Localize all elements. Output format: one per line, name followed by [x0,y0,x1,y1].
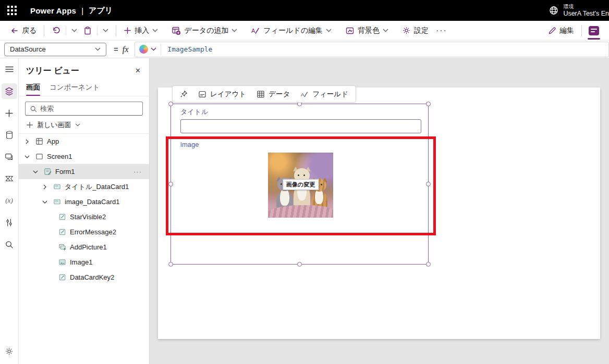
hamburger-menu-button[interactable] [2,61,17,77]
chevron-down-icon [152,29,158,32]
plus-icon [26,121,33,129]
close-panel-button[interactable]: ✕ [133,66,143,76]
chevron-down-icon [95,47,101,51]
form1-selection[interactable]: タイトル image 画像の変更 [170,104,429,265]
item-more-button[interactable]: ··· [133,168,142,175]
top-app-bar: Power Apps | アプリ 環境 UserA Test's En [0,0,609,21]
tab-screens[interactable]: 画面 [26,83,40,96]
add-picture-icon [57,243,67,251]
tree-item-label: Image1 [70,258,92,266]
advanced-tools-rail-button[interactable] [2,215,17,230]
resize-handle[interactable] [168,102,173,106]
resize-handle[interactable] [426,102,431,106]
gear-icon [402,26,411,35]
fields-menu-button[interactable]: A フィールド [300,90,348,99]
tree-item-label: image_DataCard1 [65,198,120,206]
divider [116,25,116,36]
tree-search-input[interactable]: 検索 [25,102,143,116]
resize-handle[interactable] [168,182,173,186]
pencil-icon [548,27,556,35]
chevron-down-icon [23,155,31,158]
resize-handle[interactable] [297,262,302,267]
tree-item-datacardkey2[interactable]: DataCardKey2 [19,270,149,285]
control-context-toolbar: レイアウト データ A フィールド [172,85,356,103]
tree-item-label: AddPicture1 [70,243,107,251]
tree-item-label: タイトル_DataCard1 [65,182,129,192]
tree-item-label: DataCardKey2 [70,273,114,281]
app-launcher-button[interactable] [0,0,24,21]
resize-handle[interactable] [426,262,431,267]
formula-bar: DataSource = fx ImageSample [0,41,609,58]
tree-item-label: Screen1 [47,153,72,160]
tree-item-image1[interactable]: Image1 [19,255,149,270]
environment-picker[interactable]: 環境 UserA Test's En [549,4,609,17]
undo-button[interactable] [48,24,64,37]
resize-handle[interactable] [426,182,431,186]
background-color-button[interactable]: 背景色 [342,24,392,37]
undo-menu-button[interactable] [68,27,80,34]
chevron-down-icon [232,29,237,32]
insert-rail-button[interactable] [2,105,17,121]
add-data-label: データの追加 [184,26,228,35]
tree-item-addpicture1[interactable]: AddPicture1 [19,240,149,255]
app-section-label: アプリ [89,6,113,16]
formula-text[interactable]: ImageSample [161,45,212,53]
left-navigation-rail: (x) [0,58,19,364]
layout-menu-button[interactable]: レイアウト [198,90,246,99]
divider [66,26,66,35]
new-screen-button[interactable]: 新しい画面 [26,120,143,130]
comments-panel-button[interactable] [586,23,602,39]
rail-settings-button[interactable] [2,343,17,359]
chevron-down-icon [326,29,332,32]
chevron-down-icon [383,29,388,32]
table-icon [257,90,265,98]
search-rail-button[interactable] [2,236,17,252]
environment-icon [549,5,559,16]
tree-item-form1[interactable]: Form1 ··· [19,164,149,179]
back-button[interactable]: 戻る [7,24,40,37]
insert-button[interactable]: 挿入 [120,24,161,37]
chevron-right-icon [23,139,31,144]
tree-view-panel: ツリー ビュー ✕ 画面 コンポーネント 検索 新しい画面 [19,58,150,364]
formula-input-region[interactable]: ImageSample [135,42,609,57]
tree-view-rail-button[interactable] [2,83,17,99]
data-menu-button[interactable]: データ [257,90,290,99]
pin-toolbar-button[interactable] [180,90,188,98]
paste-menu-button[interactable] [100,27,112,34]
variables-rail-button[interactable]: (x) [2,193,17,208]
more-commands-button[interactable]: ··· [432,26,452,35]
chevron-down-icon [31,170,40,173]
image-preview[interactable]: 画像の変更 [268,153,333,218]
settings-button[interactable]: 設定 [399,24,432,37]
brand-title[interactable]: Power Apps [30,6,76,15]
datacard-icon [52,183,62,191]
tree-item-app[interactable]: App [19,134,149,149]
paste-button[interactable] [80,24,95,37]
clipboard-icon [83,27,92,35]
tree-item-starvisible2[interactable]: StarVisible2 [19,209,149,224]
tree-item-errormessage2[interactable]: ErrorMessage2 [19,224,149,240]
resize-handle[interactable] [168,262,173,267]
tab-components[interactable]: コンポーネント [50,83,100,96]
media-rail-button[interactable] [2,149,17,165]
svg-text:A: A [251,28,255,34]
title-text-input[interactable] [180,119,421,133]
edit-fields-button[interactable]: A フィールドの編集 [248,24,335,37]
chevron-right-icon [41,184,49,190]
edit-mode-button[interactable]: 編集 [545,24,577,37]
copilot-button[interactable] [135,42,161,57]
tree-item-title-datacard1[interactable]: タイトル_DataCard1 [19,179,149,194]
equals-sign: = [114,45,118,54]
power-automate-rail-button[interactable] [2,171,17,186]
tree-item-image-datacard1[interactable]: image_DataCard1 [19,194,149,209]
form-icon [43,168,52,175]
add-data-button[interactable]: データの追加 [168,24,240,37]
data-label: データ [269,90,290,99]
data-rail-button[interactable] [2,127,17,143]
property-dropdown[interactable]: DataSource [4,43,106,56]
tree-item-screen1[interactable]: Screen1 [19,149,149,164]
undo-icon [52,26,60,35]
blanket-illustration [268,205,333,218]
chevron-down-icon [151,47,156,51]
change-image-button[interactable]: 画像の変更 [283,179,319,190]
